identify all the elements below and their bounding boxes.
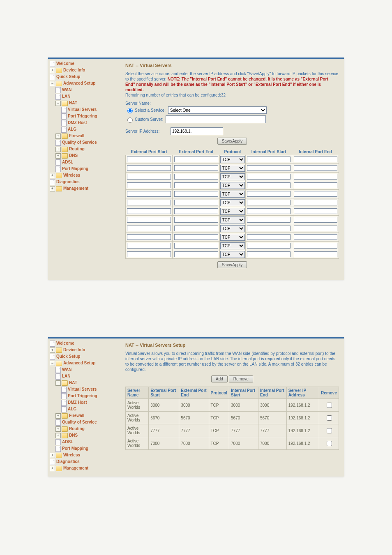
int-end-input[interactable] [294, 165, 337, 171]
server-ip-input[interactable] [171, 127, 223, 135]
remove-button[interactable]: Remove [229, 375, 253, 382]
int-start-input[interactable] [247, 157, 291, 162]
ext-end-input[interactable] [174, 243, 218, 249]
collapse-icon[interactable]: − [55, 101, 61, 106]
nav-qos[interactable]: Quality of Service [62, 139, 97, 146]
int-end-input[interactable] [294, 182, 337, 188]
nav-virtual-servers[interactable]: Virtual Servers [68, 106, 97, 113]
ext-start-input[interactable] [127, 174, 171, 180]
ext-end-input[interactable] [174, 200, 218, 205]
protocol-select[interactable]: TCP [220, 182, 245, 189]
nav-adsl[interactable]: ADSL [62, 159, 73, 166]
ext-start-input[interactable] [127, 208, 171, 214]
expand-icon[interactable]: + [50, 348, 55, 353]
int-start-input[interactable] [247, 251, 291, 257]
remove-checkbox[interactable] [327, 415, 332, 421]
int-end-input[interactable] [294, 243, 337, 249]
protocol-select[interactable]: TCP [220, 191, 245, 198]
nav-quick-setup[interactable]: Quick Setup [56, 353, 80, 360]
ext-end-input[interactable] [174, 182, 218, 188]
collapse-icon[interactable]: − [50, 361, 55, 366]
nav-nat[interactable]: NAT [69, 100, 77, 106]
save-apply-button[interactable]: Save/Apply [217, 138, 247, 145]
expand-icon[interactable]: + [55, 147, 61, 152]
ext-end-input[interactable] [174, 208, 218, 214]
int-start-input[interactable] [247, 182, 291, 188]
nav-port-mapping[interactable]: Port Mapping [62, 166, 88, 172]
ext-end-input[interactable] [174, 234, 218, 240]
expand-icon[interactable]: + [55, 153, 61, 159]
expand-icon[interactable]: + [50, 173, 55, 178]
remove-checkbox[interactable] [327, 428, 332, 433]
int-end-input[interactable] [294, 200, 337, 205]
ext-end-input[interactable] [174, 157, 218, 162]
nav-adsl[interactable]: ADSL [62, 439, 73, 445]
custom-server-radio[interactable] [127, 117, 133, 123]
nav-management[interactable]: Management [63, 185, 88, 192]
protocol-select[interactable]: TCP [220, 251, 245, 258]
ext-start-input[interactable] [127, 200, 171, 205]
nav-diagnostics[interactable]: Diagnostics [56, 179, 80, 185]
protocol-select[interactable]: TCP [220, 216, 245, 223]
nav-dns[interactable]: DNS [69, 152, 78, 159]
ext-start-input[interactable] [127, 251, 171, 257]
expand-icon[interactable]: + [55, 426, 61, 432]
nav-wireless[interactable]: Wireless [63, 452, 80, 458]
protocol-select[interactable]: TCP [220, 234, 245, 241]
nav-dmz-host[interactable]: DMZ Host [68, 399, 87, 406]
expand-icon[interactable]: + [55, 134, 61, 139]
nav-port-triggering[interactable]: Port Triggering [68, 113, 97, 120]
int-start-input[interactable] [247, 191, 291, 197]
nav-nat[interactable]: NAT [69, 380, 77, 386]
nav-management[interactable]: Management [63, 465, 88, 472]
int-start-input[interactable] [247, 234, 291, 240]
nav-welcome[interactable]: Welcome [56, 340, 74, 347]
nav-lan[interactable]: LAN [62, 93, 71, 100]
nav-qos[interactable]: Quality of Service [62, 419, 97, 426]
ext-end-input[interactable] [174, 226, 218, 231]
nav-port-mapping[interactable]: Port Mapping [62, 445, 88, 452]
nav-virtual-servers[interactable]: Virtual Servers [68, 386, 97, 393]
int-start-input[interactable] [247, 174, 291, 180]
collapse-icon[interactable]: − [50, 81, 55, 86]
remove-checkbox[interactable] [327, 403, 332, 408]
nav-lan[interactable]: LAN [62, 373, 71, 380]
int-start-input[interactable] [247, 243, 291, 249]
nav-firewall[interactable]: Firewall [69, 412, 84, 419]
protocol-select[interactable]: TCP [220, 173, 245, 180]
nav-advanced-setup[interactable]: Advanced Setup [63, 360, 95, 366]
nav-wan[interactable]: WAN [62, 87, 71, 93]
nav-wireless[interactable]: Wireless [63, 172, 80, 179]
protocol-select[interactable]: TCP [220, 156, 245, 163]
nav-welcome[interactable]: Welcome [56, 60, 74, 67]
ext-start-input[interactable] [127, 165, 171, 171]
expand-icon[interactable]: + [55, 413, 61, 419]
collapse-icon[interactable]: − [55, 380, 61, 386]
int-end-input[interactable] [294, 217, 337, 223]
custom-server-input[interactable] [166, 115, 266, 123]
int-end-input[interactable] [294, 226, 337, 231]
ext-end-input[interactable] [174, 217, 218, 223]
ext-start-input[interactable] [127, 217, 171, 223]
nav-wan[interactable]: WAN [62, 366, 71, 373]
ext-end-input[interactable] [174, 165, 218, 171]
expand-icon[interactable]: + [50, 466, 55, 471]
ext-start-input[interactable] [127, 191, 171, 197]
protocol-select[interactable]: TCP [220, 208, 245, 215]
select-service-dropdown[interactable]: Select One [168, 106, 267, 114]
expand-icon[interactable]: + [50, 68, 55, 73]
nav-diagnostics[interactable]: Diagnostics [56, 458, 80, 465]
ext-start-input[interactable] [127, 157, 171, 162]
protocol-select[interactable]: TCP [220, 225, 245, 232]
ext-start-input[interactable] [127, 234, 171, 240]
nav-routing[interactable]: Routing [69, 426, 85, 432]
expand-icon[interactable]: + [55, 433, 61, 438]
nav-dns[interactable]: DNS [69, 432, 78, 439]
int-end-input[interactable] [294, 157, 337, 162]
int-start-input[interactable] [247, 200, 291, 205]
nav-dmz-host[interactable]: DMZ Host [68, 120, 87, 126]
int-end-input[interactable] [294, 191, 337, 197]
nav-firewall[interactable]: Firewall [69, 133, 84, 139]
add-button[interactable]: Add [211, 375, 228, 382]
ext-end-input[interactable] [174, 174, 218, 180]
